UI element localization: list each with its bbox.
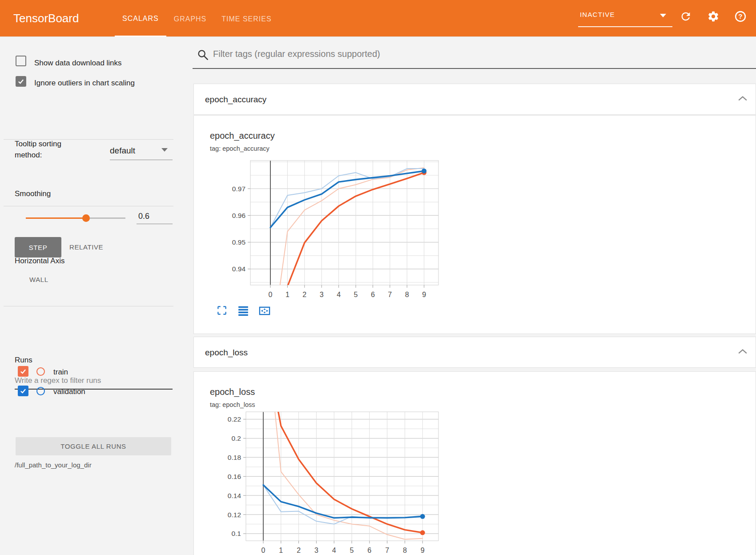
- dropdown-underline: [110, 160, 173, 160]
- caret-down-icon[interactable]: [161, 148, 168, 152]
- ignore-outliers-label: Ignore outliers in chart scaling: [34, 79, 135, 88]
- checkmark-icon: [19, 387, 27, 394]
- axis-step-button[interactable]: STEP: [15, 237, 61, 257]
- svg-text:2: 2: [297, 547, 301, 554]
- tag-group-epoch-accuracy[interactable]: epoch_accuracy: [193, 84, 756, 115]
- svg-text:9: 9: [422, 291, 426, 298]
- run-validation-checkbox[interactable]: [18, 386, 28, 396]
- svg-text:2: 2: [302, 291, 306, 298]
- fullscreen-icon[interactable]: [214, 303, 229, 318]
- runs-section-label: Runs: [15, 356, 32, 365]
- svg-text:3: 3: [314, 547, 318, 554]
- status-underline: [578, 26, 672, 27]
- divider: [4, 306, 173, 306]
- svg-text:0.18: 0.18: [228, 454, 241, 461]
- slider-knob[interactable]: [82, 214, 90, 222]
- filter-tags-input[interactable]: [212, 48, 746, 60]
- tag-group-title: epoch_loss: [205, 337, 248, 368]
- divider: [4, 139, 173, 140]
- svg-text:0: 0: [261, 547, 265, 554]
- tooltip-sorting-label: Tooltip sorting method:: [15, 138, 86, 161]
- chevron-up-icon[interactable]: [738, 95, 748, 102]
- run-validation-color-swatch: [36, 387, 45, 395]
- log-directory-path: /full_path_to_your_log_dir: [15, 461, 92, 469]
- fit-domain-icon[interactable]: [257, 303, 272, 318]
- horizontal-axis-label: Horizontal Axis: [15, 257, 64, 265]
- svg-text:6: 6: [371, 291, 375, 298]
- run-validation-label: validation: [53, 387, 85, 396]
- toggle-all-runs-button[interactable]: TOGGLE ALL RUNS: [16, 437, 171, 455]
- svg-text:0.94: 0.94: [232, 265, 246, 273]
- app-title: TensorBoard: [13, 0, 79, 37]
- filter-underline: [193, 68, 756, 69]
- run-train-label: train: [53, 368, 68, 377]
- smoothing-value-input[interactable]: [137, 212, 173, 224]
- svg-text:0: 0: [269, 291, 273, 298]
- caret-down-icon: [660, 14, 666, 17]
- chart-actions: [214, 303, 272, 318]
- svg-text:4: 4: [337, 291, 341, 298]
- svg-text:0.97: 0.97: [232, 185, 245, 193]
- reload-status-dropdown[interactable]: INACTIVE: [578, 9, 672, 27]
- svg-text:8: 8: [403, 547, 407, 554]
- svg-text:0.14: 0.14: [228, 492, 241, 499]
- main-content: epoch_accuracy epoch_accuracy tag: epoch…: [178, 37, 756, 555]
- chart-card-epoch-loss: epoch_loss tag: epoch_loss 0.10.120.140.…: [193, 371, 756, 555]
- refresh-icon[interactable]: [680, 10, 692, 23]
- svg-text:0.16: 0.16: [228, 473, 241, 480]
- runs-table-icon[interactable]: [236, 303, 251, 318]
- svg-text:0.22: 0.22: [228, 415, 241, 423]
- svg-text:3: 3: [320, 291, 324, 298]
- svg-text:?: ?: [738, 12, 742, 20]
- svg-text:7: 7: [388, 291, 392, 298]
- settings-sidebar: Show data download links Ignore outliers…: [0, 37, 178, 555]
- tab-scalars[interactable]: SCALARS: [115, 0, 166, 37]
- help-icon[interactable]: ?: [734, 10, 747, 23]
- svg-text:1: 1: [286, 291, 290, 298]
- divider: [4, 206, 173, 206]
- accuracy-line-chart[interactable]: 0.940.950.960.970123456789: [194, 116, 756, 334]
- ignore-outliers-checkbox[interactable]: [16, 76, 26, 87]
- checkmark-icon: [17, 78, 25, 85]
- app-header: TensorBoard SCALARS GRAPHS TIME SERIES I…: [0, 0, 756, 37]
- axis-relative-button[interactable]: RELATIVE: [67, 243, 106, 251]
- svg-text:1: 1: [279, 547, 283, 554]
- svg-text:6: 6: [367, 547, 371, 554]
- tensorboard-app: TensorBoard SCALARS GRAPHS TIME SERIES I…: [0, 0, 756, 555]
- smoothing-label: Smoothing: [15, 189, 51, 198]
- search-icon: [197, 49, 209, 61]
- show-download-links-label: Show data download links: [34, 59, 122, 68]
- svg-text:0.2: 0.2: [231, 434, 241, 442]
- smoothing-slider[interactable]: [26, 213, 125, 223]
- settings-gear-icon[interactable]: [707, 10, 720, 23]
- run-train-checkbox[interactable]: [18, 366, 28, 377]
- tag-group-epoch-loss[interactable]: epoch_loss: [193, 337, 756, 368]
- svg-text:9: 9: [421, 547, 425, 554]
- svg-text:0.12: 0.12: [228, 511, 241, 519]
- slider-fill: [26, 217, 86, 219]
- tag-group-title: epoch_accuracy: [205, 84, 266, 115]
- svg-text:8: 8: [405, 291, 409, 298]
- chevron-up-icon[interactable]: [738, 348, 748, 355]
- svg-text:7: 7: [385, 547, 389, 554]
- axis-wall-button[interactable]: WALL: [27, 275, 51, 284]
- show-download-links-checkbox[interactable]: [16, 56, 26, 66]
- tab-bar: SCALARS GRAPHS TIME SERIES: [115, 0, 279, 37]
- loss-line-chart[interactable]: 0.10.120.140.160.180.20.220123456789: [194, 372, 756, 555]
- svg-text:0.95: 0.95: [232, 238, 245, 246]
- svg-text:5: 5: [350, 547, 354, 554]
- tab-time-series[interactable]: TIME SERIES: [214, 0, 279, 37]
- svg-text:4: 4: [332, 547, 336, 554]
- status-label: INACTIVE: [580, 11, 615, 18]
- tooltip-sorting-dropdown[interactable]: default: [110, 146, 135, 156]
- svg-text:0.96: 0.96: [232, 212, 245, 219]
- svg-text:5: 5: [354, 291, 358, 298]
- tab-graphs[interactable]: GRAPHS: [166, 0, 214, 37]
- svg-text:0.1: 0.1: [231, 530, 241, 537]
- run-train-color-swatch: [36, 367, 45, 376]
- chart-card-epoch-accuracy: epoch_accuracy tag: epoch_accuracy 0.940…: [193, 115, 756, 334]
- checkmark-icon: [19, 368, 27, 375]
